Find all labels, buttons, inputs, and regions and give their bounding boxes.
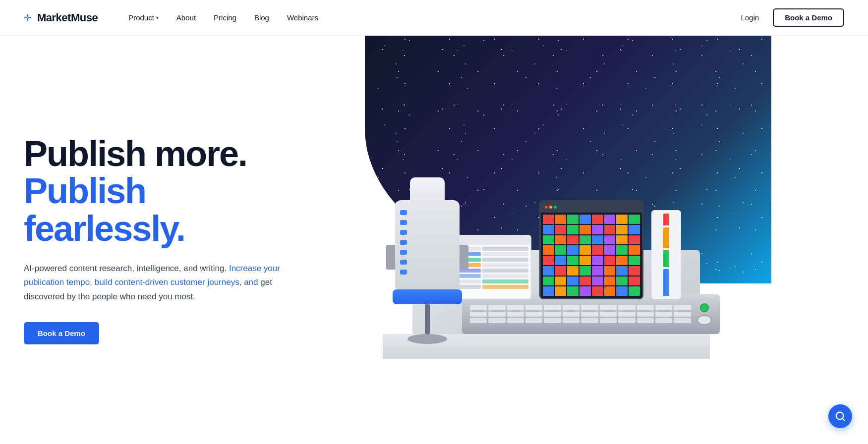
gray-button — [697, 315, 712, 325]
nav-about[interactable]: About — [170, 9, 203, 26]
chair-headrest — [410, 177, 445, 202]
console — [462, 294, 720, 334]
hero-headline-blue: Publish fearlessly. — [24, 172, 311, 247]
nav-links: Product ▾ About Pricing Blog Webinars — [121, 9, 735, 26]
logo[interactable]: ✛ MarketMuse — [24, 11, 98, 24]
bar-blue — [663, 269, 669, 296]
green-button — [700, 303, 709, 312]
logo-icon: ✛ — [24, 12, 31, 23]
chair-armrest-right — [460, 245, 468, 270]
bar-red — [663, 214, 669, 225]
hero-content: Publish more. Publish fearlessly. AI-pow… — [24, 135, 331, 344]
book-demo-button-hero[interactable]: Book a Demo — [24, 322, 99, 344]
login-button[interactable]: Login — [735, 9, 765, 26]
monitor-right — [539, 200, 643, 299]
svg-line-1 — [842, 418, 844, 420]
hero-description: AI-powered content research, intelligenc… — [24, 262, 291, 305]
chair-seat — [393, 289, 462, 304]
bar-green — [663, 250, 669, 267]
nav-blog[interactable]: Blog — [247, 9, 276, 26]
chair-back — [395, 200, 460, 289]
chair-base — [407, 334, 447, 344]
hero-headline-dark: Publish more. — [24, 135, 311, 173]
keyboard — [470, 305, 691, 323]
nav-product[interactable]: Product ▾ — [121, 9, 166, 26]
stats-panel — [651, 210, 681, 299]
nav-pricing[interactable]: Pricing — [207, 9, 243, 26]
console-controls — [697, 303, 712, 325]
monitor-heatmap — [541, 213, 642, 298]
chevron-down-icon: ▾ — [156, 15, 159, 20]
search-icon — [835, 411, 846, 422]
book-demo-button-nav[interactable]: Book a Demo — [773, 8, 844, 27]
monitor-tablet-header — [541, 202, 642, 213]
chair — [393, 177, 462, 344]
main-nav: ✛ MarketMuse Product ▾ About Pricing Blo… — [0, 0, 868, 36]
chair-armrest-left — [386, 245, 395, 270]
workstation-illustration — [403, 151, 680, 359]
brand-name: MarketMuse — [37, 11, 98, 24]
hero-desc-plain: AI-powered content research, intelligenc… — [24, 264, 227, 273]
hero-section: Publish more. Publish fearlessly. AI-pow… — [0, 36, 868, 444]
nav-webinars[interactable]: Webinars — [280, 9, 325, 26]
chair-dashes — [400, 210, 407, 275]
search-fab-button[interactable] — [828, 404, 852, 428]
monitors-area — [432, 200, 710, 299]
hero-visual — [331, 36, 742, 444]
chair-pole — [425, 304, 430, 334]
bar-yellow — [663, 227, 669, 248]
nav-actions: Login Book a Demo — [735, 8, 844, 27]
desk — [403, 151, 680, 359]
